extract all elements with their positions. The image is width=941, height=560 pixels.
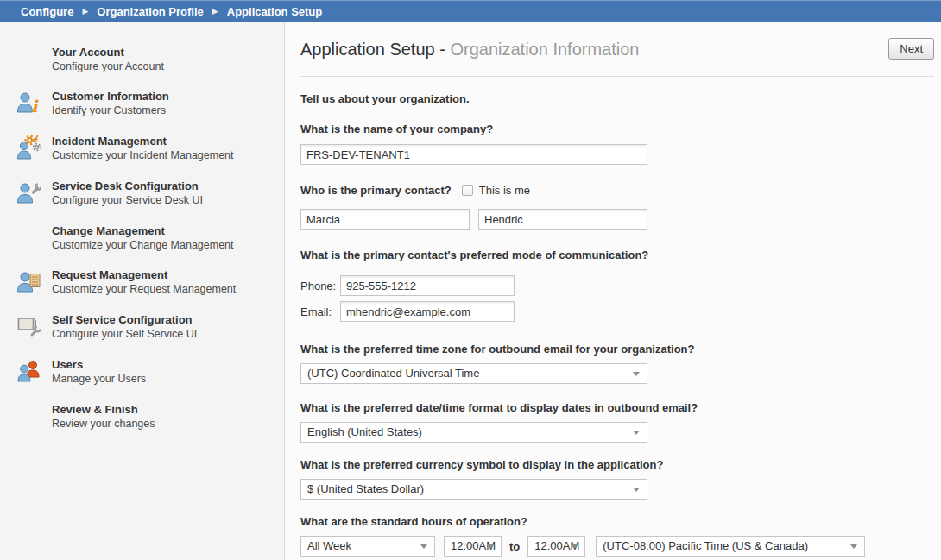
sidebar-item-review-finish[interactable]: Review & Finish Review your changes [16,402,284,431]
sidebar-item-customer-information[interactable]: i Customer Information Identify your Cus… [16,89,284,119]
sidebar-item-service-desk-configuration[interactable]: Service Desk Configuration Configure you… [16,179,284,209]
hours-timezone-select[interactable]: (UTC-08:00) Pacific Time (US & Canada) [596,536,865,557]
sidebar-item-sublabel: Manage your Users [52,372,146,387]
primary-contact-question: Who is the primary contact?This is me [300,184,934,197]
sidebar-item-sublabel: Configure your Self Service UI [52,327,197,342]
sidebar-item-users[interactable]: Users Manage your Users [16,357,284,387]
company-name-question: What is the name of your company? [300,123,934,135]
page-title-section: Organization Information [450,40,639,59]
datetime-format-question: What is the preferred date/time format t… [300,401,934,414]
form-intro-text: Tell us about your organization. [300,92,934,105]
chevron-down-icon [633,372,640,376]
timezone-select[interactable]: (UTC) Coordinated Universal Time [300,363,647,384]
page-title: Application Setup - Organization Informa… [300,38,639,60]
sidebar-item-label: Review & Finish [52,402,155,417]
sidebar-item-label: Users [52,357,146,372]
this-is-me-checkbox[interactable] [462,185,473,196]
sidebar-item-self-service-configuration[interactable]: Self Service Configuration Configure you… [16,312,284,343]
hours-end-time-select[interactable]: 12:00AM [527,536,585,557]
sidebar-item-request-management[interactable]: Request Management Customize your Reques… [16,267,284,298]
last-name-input[interactable] [478,209,647,230]
sidebar-item-sublabel: Customize your Change Management [52,238,234,253]
chevron-down-icon [633,431,640,435]
first-name-input[interactable] [300,209,470,230]
sidebar-item-sublabel: Customize your Request Management [52,282,236,297]
sidebar-item-change-management[interactable]: Change Management Customize your Change … [16,223,284,253]
chevron-down-icon [571,544,578,549]
email-input[interactable] [340,301,515,322]
sidebar-item-sublabel: Customize your Incident Management [52,148,234,163]
chevron-down-icon [487,544,494,549]
phone-input[interactable] [340,275,515,296]
sidebar-item-label: Customer Information [52,89,169,104]
sidebar-item-sublabel: Review your changes [52,417,155,431]
sidebar-item-label: Your Account [52,45,164,60]
timezone-select-value: (UTC) Coordinated Universal Time [307,367,479,380]
phone-label: Phone: [300,280,340,293]
users-icon [16,357,52,387]
breadcrumb-item-application-setup[interactable]: Application Setup [227,5,323,18]
sidebar-item-sublabel: Configure your Account [52,60,164,74]
sidebar-item-label: Service Desk Configuration [52,179,203,193]
primary-contact-question-text: Who is the primary contact? [300,184,452,197]
breadcrumb: Configure ▶ Organization Profile ▶ Appli… [0,0,941,22]
page-title-main: Application Setup - [300,40,445,59]
next-button[interactable]: Next [888,38,934,60]
application-setup-panel: Application Setup - Organization Informa… [285,22,941,560]
hours-start-time-select[interactable]: 12:00AM [444,536,502,557]
timezone-question: What is the preferred time zone for outb… [300,343,934,356]
chevron-right-icon: ▶ [212,8,218,16]
sidebar-item-sublabel: Identify your Customers [52,104,169,118]
service-desk-icon [16,179,52,209]
icon-spacer [16,45,52,74]
request-management-icon [16,267,52,298]
hours-days-select[interactable]: All Week [300,536,435,557]
communication-question: What is the primary contact's preferred … [300,249,934,261]
breadcrumb-item-organization-profile[interactable]: Organization Profile [97,5,204,18]
breadcrumb-item-configure[interactable]: Configure [21,5,73,18]
datetime-format-select-value: English (United States) [307,425,422,438]
hours-to-label: to [509,540,520,553]
chevron-down-icon [420,544,427,549]
this-is-me-label: This is me [479,184,530,197]
self-service-icon [16,312,52,343]
chevron-down-icon [633,488,640,492]
email-label: Email: [300,305,340,318]
incident-management-icon [16,134,52,164]
datetime-format-select[interactable]: English (United States) [300,422,647,443]
currency-select[interactable]: $ (United States Dollar) [300,479,647,500]
currency-question: What is the preferred currency symbol to… [300,458,934,471]
hours-question: What are the standard hours of operation… [300,515,934,528]
sidebar-item-label: Request Management [52,267,236,282]
icon-spacer [16,402,52,431]
sidebar-item-label: Self Service Configuration [52,312,197,327]
sidebar-item-label: Incident Management [52,134,234,148]
sidebar-item-incident-management[interactable]: Incident Management Customize your Incid… [16,134,284,164]
customer-information-icon: i [16,89,52,119]
hours-days-select-value: All Week [307,539,351,552]
icon-spacer [16,223,52,253]
currency-select-value: $ (United States Dollar) [307,482,424,495]
sidebar-item-your-account[interactable]: Your Account Configure your Account [16,45,284,74]
sidebar-item-label: Change Management [52,223,234,238]
sidebar-item-sublabel: Configure your Service Desk UI [52,193,203,208]
chevron-down-icon [850,544,857,549]
svg-text:i: i [31,97,39,116]
hours-timezone-value: (UTC-08:00) Pacific Time (US & Canada) [603,539,808,552]
setup-wizard-sidebar: Your Account Configure your Account i Cu… [0,22,285,560]
chevron-right-icon: ▶ [82,8,88,16]
company-name-input[interactable] [300,144,647,165]
